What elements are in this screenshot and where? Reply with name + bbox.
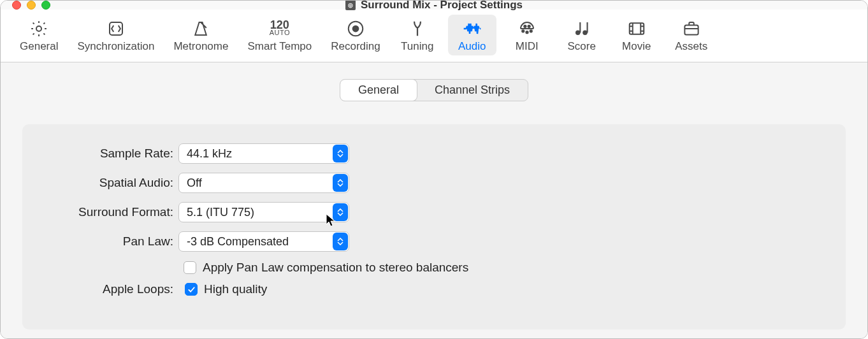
sub-tab-channel-strips[interactable]: Channel Strips: [417, 80, 528, 101]
svg-point-4: [522, 30, 524, 32]
svg-point-3: [353, 26, 359, 32]
toolbar-label: Recording: [331, 40, 380, 53]
label-sample-rate: Sample Rate:: [48, 147, 178, 161]
select-pan-law[interactable]: -3 dB Compensated: [178, 231, 349, 252]
tab-score[interactable]: Score: [558, 15, 606, 55]
stepper-icon: [333, 233, 348, 250]
toolbar-label: General: [20, 40, 58, 53]
toolbar-label: Audio: [458, 40, 486, 53]
tab-synchronization[interactable]: Synchronization: [71, 15, 161, 55]
tab-recording[interactable]: Recording: [324, 15, 387, 55]
settings-panel: Sample Rate: 44.1 kHz Spatial Audio: Off: [22, 124, 846, 329]
toolbar-label: Score: [568, 40, 596, 53]
row-pan-law: Pan Law: -3 dB Compensated: [48, 231, 820, 252]
label-pan-law: Pan Law:: [48, 234, 178, 249]
row-surround-format: Surround Format: 5.1 (ITU 775): [48, 202, 820, 222]
svg-point-7: [524, 25, 526, 27]
stepper-icon: [333, 145, 348, 162]
toolbar-label: Assets: [675, 40, 707, 53]
tab-midi[interactable]: MIDI: [503, 15, 551, 55]
tab-tuning[interactable]: Tuning: [393, 15, 442, 55]
film-icon: [626, 18, 647, 39]
label-apple-loops: Apple Loops:: [48, 282, 178, 296]
select-spatial-audio[interactable]: Off: [178, 173, 349, 193]
sub-tab-general[interactable]: General: [340, 80, 417, 101]
svg-rect-13: [629, 23, 644, 34]
gear-icon: [29, 18, 49, 39]
music-notes-icon: [572, 18, 592, 39]
stepper-icon: [333, 203, 348, 221]
select-value: Off: [178, 173, 349, 193]
content-area: General Channel Strips Sample Rate: 44.1…: [1, 62, 867, 339]
toolbar-label: Synchronization: [77, 40, 154, 53]
svg-point-8: [528, 25, 530, 27]
window-title-text: Surround Mix - Project Settings: [361, 0, 523, 11]
label-spatial-audio: Spatial Audio:: [48, 176, 178, 190]
svg-point-6: [530, 30, 532, 32]
sub-tab-segmented: General Channel Strips: [340, 79, 528, 101]
toolbar-label: Metronome: [173, 40, 228, 53]
row-pan-law-compensation: Apply Pan Law compensation to stereo bal…: [184, 261, 820, 275]
stepper-icon: [333, 174, 348, 192]
toolbar-label: Tuning: [401, 40, 433, 53]
tab-metronome[interactable]: Metronome: [167, 15, 235, 55]
tab-audio[interactable]: Audio: [448, 15, 496, 55]
project-settings-window: ◎ Surround Mix - Project Settings Genera…: [0, 0, 868, 339]
toolbar: General Synchronization Metronome 120 AU…: [1, 10, 867, 62]
briefcase-icon: [681, 18, 702, 39]
checkbox-pan-law-compensation[interactable]: [184, 261, 196, 274]
select-value: 44.1 kHz: [178, 143, 349, 164]
metronome-icon: [191, 18, 211, 39]
select-sample-rate[interactable]: 44.1 kHz: [178, 143, 349, 164]
row-apple-loops: Apple Loops: High quality: [48, 282, 820, 296]
window-title: ◎ Surround Mix - Project Settings: [1, 0, 867, 11]
svg-point-0: [36, 26, 41, 31]
checkbox-label: High quality: [204, 282, 267, 296]
checkbox-high-quality[interactable]: [185, 283, 198, 296]
record-icon: [345, 18, 366, 39]
tab-smart-tempo[interactable]: 120 AUTO Smart Tempo: [241, 15, 318, 55]
select-value: -3 dB Compensated: [178, 231, 349, 252]
tab-assets[interactable]: Assets: [667, 15, 716, 55]
titlebar: ◎ Surround Mix - Project Settings: [1, 1, 867, 10]
svg-rect-11: [579, 22, 581, 32]
waveform-icon: [462, 18, 482, 39]
svg-point-5: [526, 31, 528, 33]
toolbar-label: Movie: [622, 40, 651, 53]
app-icon: ◎: [345, 0, 356, 10]
checkbox-label: Apply Pan Law compensation to stereo bal…: [203, 261, 468, 275]
sync-icon: [106, 18, 126, 39]
row-sample-rate: Sample Rate: 44.1 kHz: [48, 143, 820, 164]
tuning-fork-icon: [407, 18, 428, 39]
midi-icon: [517, 18, 537, 39]
svg-rect-14: [684, 25, 698, 34]
select-value: 5.1 (ITU 775): [178, 202, 349, 222]
label-surround-format: Surround Format:: [48, 205, 178, 219]
row-spatial-audio: Spatial Audio: Off: [48, 173, 820, 193]
toolbar-label: MIDI: [516, 40, 539, 53]
tab-general[interactable]: General: [13, 15, 64, 55]
toolbar-label: Smart Tempo: [247, 40, 312, 53]
tab-movie[interactable]: Movie: [612, 15, 661, 55]
smart-tempo-icon: 120 AUTO: [270, 18, 290, 39]
select-surround-format[interactable]: 5.1 (ITU 775): [178, 202, 349, 222]
svg-rect-12: [586, 22, 588, 32]
